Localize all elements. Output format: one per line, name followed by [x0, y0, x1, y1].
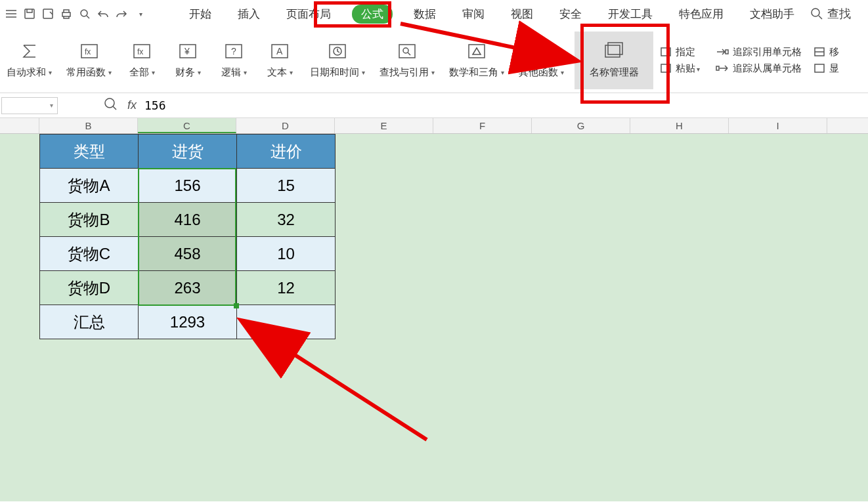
col-D[interactable]: D	[236, 118, 335, 133]
logic-button[interactable]: ? 逻辑	[214, 41, 253, 79]
tab-dev[interactable]: 开发工具	[603, 4, 658, 24]
cell-c4[interactable]: 458	[139, 237, 237, 271]
trace-precedents-button[interactable]: 追踪引用单元格	[716, 46, 802, 58]
formula-value[interactable]: 156	[144, 98, 166, 112]
col-C[interactable]: C	[138, 118, 236, 133]
svg-rect-17	[399, 45, 415, 58]
svg-point-3	[81, 10, 87, 16]
col-G[interactable]: G	[532, 118, 630, 133]
tab-start[interactable]: 开始	[184, 4, 217, 24]
svg-rect-1	[43, 9, 53, 18]
redo-icon[interactable]	[114, 7, 129, 21]
name-group: 指定 粘贴	[660, 46, 700, 75]
name-manager-button[interactable]: 名称管理器	[575, 32, 653, 89]
svg-rect-0	[25, 9, 34, 18]
cell-b4[interactable]: 货物C	[40, 237, 139, 271]
cell-d6[interactable]	[237, 305, 336, 339]
show-button[interactable]: 显	[814, 62, 839, 75]
svg-point-31	[105, 98, 114, 108]
tab-page-layout[interactable]: 页面布局	[281, 4, 336, 24]
col-H[interactable]: H	[630, 118, 729, 133]
all-fn-button[interactable]: fx 全部	[122, 41, 162, 79]
save-icon[interactable]	[22, 7, 37, 21]
trace-dependents-button[interactable]: 追踪从属单元格	[716, 62, 802, 75]
cell-b3[interactable]: 货物B	[40, 203, 139, 237]
cell-c6[interactable]: 1293	[139, 305, 237, 339]
col-B[interactable]: B	[39, 118, 138, 133]
svg-point-18	[403, 48, 408, 53]
col-F[interactable]: F	[433, 118, 532, 133]
svg-rect-26	[661, 48, 670, 56]
autosum-button[interactable]: 自动求和	[3, 41, 56, 79]
paste-name-button[interactable]: 粘贴	[660, 62, 700, 75]
header-type[interactable]: 类型	[40, 135, 139, 169]
qat-more-icon[interactable]	[133, 7, 147, 21]
name-box[interactable]	[1, 97, 58, 114]
ribbon: 自动求和 fx 常用函数 fx 全部 ¥ 财务 ? 逻辑 A 文本 日期和时间 …	[0, 28, 868, 93]
header-jinjia[interactable]: 进价	[237, 135, 336, 169]
quick-access-toolbar: 开始 插入 页面布局 公式 数据 审阅 视图 安全 开发工具 特色应用 文档助手…	[0, 0, 868, 28]
define-name-button[interactable]: 指定	[660, 46, 700, 58]
math-button[interactable]: 数学和三角	[445, 41, 508, 79]
svg-point-22	[540, 51, 542, 52]
search-button[interactable]: 查找	[810, 6, 864, 22]
column-headers: B C D E F G H I	[0, 118, 868, 134]
svg-point-21	[537, 51, 539, 52]
row-col-corner[interactable]	[0, 118, 39, 133]
trace-group: 追踪引用单元格 追踪从属单元格	[716, 46, 802, 75]
svg-rect-27	[661, 64, 670, 72]
finance-button[interactable]: ¥ 财务	[168, 41, 207, 79]
svg-text:fx: fx	[137, 47, 143, 56]
tab-special[interactable]: 特色应用	[674, 4, 729, 24]
cell-b5[interactable]: 货物D	[40, 271, 139, 305]
text-a-icon: A	[269, 41, 291, 61]
undo-icon[interactable]	[96, 7, 110, 21]
common-fn-button[interactable]: fx 常用函数	[62, 41, 116, 79]
fx-star-icon: fx	[78, 41, 100, 61]
svg-text:A: A	[276, 46, 283, 56]
cell-d4[interactable]: 10	[237, 237, 336, 271]
save-as-icon[interactable]	[41, 7, 55, 21]
move-button[interactable]: 移	[814, 46, 839, 58]
header-jinhuo[interactable]: 进货	[139, 135, 237, 169]
tab-data[interactable]: 数据	[408, 4, 441, 24]
edge-group: 移 显	[814, 46, 839, 75]
fx-icon: fx	[131, 41, 153, 61]
svg-text:?: ?	[231, 46, 236, 56]
cell-c5[interactable]: 263	[139, 271, 237, 305]
tab-review[interactable]: 审阅	[457, 4, 490, 24]
sigma-icon	[18, 41, 41, 61]
tab-view[interactable]: 视图	[506, 4, 538, 24]
cell-d2[interactable]: 15	[237, 169, 336, 203]
lookup-button[interactable]: 查找与引用	[376, 41, 439, 79]
name-manager-icon	[603, 41, 625, 61]
search-doc-icon	[396, 41, 418, 61]
fx-icon[interactable]: fx	[127, 98, 137, 112]
tab-insert[interactable]: 插入	[232, 4, 265, 24]
cell-c2[interactable]: 156	[139, 169, 237, 203]
search-label: 查找	[827, 6, 851, 22]
print-icon[interactable]	[59, 7, 74, 21]
zoom-fx-icon[interactable]	[104, 97, 118, 114]
preview-icon[interactable]	[77, 7, 92, 21]
cell-d3[interactable]: 32	[237, 203, 336, 237]
sheet-area[interactable]: 类型 进货 进价 货物A 156 15 货物B 416 32 货物C 458 1…	[0, 134, 868, 501]
other-fn-button[interactable]: 其他函数	[515, 41, 568, 79]
menu-icon[interactable]	[4, 7, 18, 21]
cell-c3[interactable]: 416	[139, 203, 237, 237]
svg-text:fx: fx	[85, 47, 91, 56]
cell-d5[interactable]: 12	[237, 271, 336, 305]
svg-rect-29	[716, 66, 719, 70]
datetime-button[interactable]: 日期和时间	[306, 41, 369, 79]
selection-handle[interactable]	[234, 303, 239, 308]
cell-b6[interactable]: 汇总	[40, 305, 139, 339]
tab-security[interactable]: 安全	[554, 4, 587, 24]
clock-icon	[326, 41, 349, 61]
cell-b2[interactable]: 货物A	[40, 169, 139, 203]
tab-formula[interactable]: 公式	[352, 5, 393, 24]
col-E[interactable]: E	[335, 118, 433, 133]
text-button[interactable]: A 文本	[260, 41, 299, 79]
tab-dochelper[interactable]: 文档助手	[745, 4, 800, 24]
svg-rect-19	[469, 45, 485, 58]
col-I[interactable]: I	[729, 118, 827, 133]
